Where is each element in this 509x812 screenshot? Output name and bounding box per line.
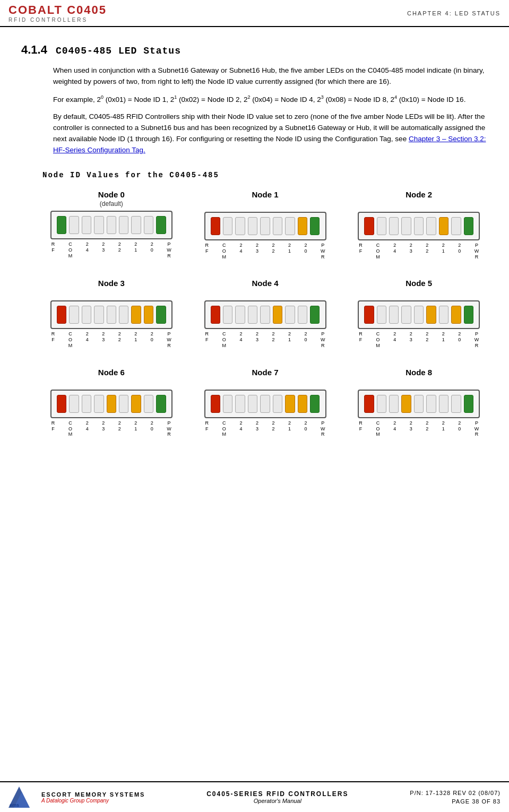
- svg-text:ems: ems: [10, 802, 19, 808]
- led: [451, 217, 461, 235]
- led: [285, 217, 295, 235]
- node-5-led-strip: [358, 300, 480, 329]
- led: [377, 395, 386, 413]
- led: [107, 395, 116, 413]
- led: [285, 395, 295, 413]
- footer-company-sub: A Datalogic Group Company: [41, 798, 145, 804]
- led: [119, 306, 128, 324]
- led: [439, 217, 448, 235]
- led: [144, 306, 153, 324]
- led: [69, 216, 79, 234]
- node-1-label: Node 1: [252, 190, 279, 199]
- pin-24: 24: [86, 241, 89, 258]
- led: [414, 306, 424, 324]
- pin-22: 22: [118, 241, 121, 258]
- led: [389, 217, 399, 235]
- led: [211, 306, 220, 324]
- node-6-led-strip: [50, 390, 172, 418]
- section-heading: 4.1.4 C0405-485 LED Status: [21, 43, 488, 57]
- node-5-block: Node 5 RF COM 24 23: [350, 279, 488, 348]
- node-2-block: Node 2 RF COM 24 23: [350, 190, 488, 260]
- ems-logo: ems: [8, 787, 35, 808]
- node-4-led-strip: [204, 300, 326, 329]
- led: [310, 217, 320, 235]
- node-0-led-strip: [50, 211, 172, 239]
- footer-left: ems ESCORT MEMORY SYSTEMS A Datalogic Gr…: [8, 787, 145, 808]
- led: [248, 217, 257, 235]
- pin-23: 23: [102, 241, 105, 258]
- led: [82, 395, 91, 413]
- led: [439, 395, 448, 413]
- led: [57, 216, 66, 234]
- diagram-section: Node ID Values for the C0405-485 Node 0 …: [42, 171, 488, 437]
- led: [248, 395, 257, 413]
- led: [426, 306, 436, 324]
- led: [156, 306, 166, 324]
- led: [223, 306, 232, 324]
- led: [223, 395, 232, 413]
- footer-product-name: C0405-SERIES RFID CONTROLLERS: [206, 790, 348, 798]
- led: [285, 306, 295, 324]
- led: [439, 306, 448, 324]
- led: [131, 395, 141, 413]
- led: [377, 217, 386, 235]
- node-1-pin-labels: RF COM 24 23 22 21 20 PWR: [204, 243, 326, 260]
- led: [107, 216, 116, 234]
- node-8-led-strip: [358, 390, 480, 418]
- led: [451, 306, 461, 324]
- footer-company-info: ESCORT MEMORY SYSTEMS A Datalogic Group …: [41, 791, 145, 804]
- page-footer: ems ESCORT MEMORY SYSTEMS A Datalogic Gr…: [0, 781, 509, 812]
- diagram-heading: Node ID Values for the C0405-485: [42, 171, 488, 179]
- led: [273, 306, 282, 324]
- led: [211, 395, 220, 413]
- node-8-label: Node 8: [406, 368, 432, 377]
- led: [401, 395, 411, 413]
- para-3: By default, C0405-485 RFID Controllers s…: [53, 111, 488, 156]
- node-8-pin-labels: RF COM 24 23 22 21 20 PWR: [358, 420, 480, 437]
- node-7-block: Node 7 RF COM 24 23: [196, 368, 334, 437]
- chapter-title: CHAPTER 4: LED STATUS: [407, 10, 501, 16]
- led: [426, 395, 436, 413]
- node-4-pin-labels: RF COM 24 23 22 21 20 PWR: [204, 331, 326, 348]
- led: [364, 306, 374, 324]
- brand-subtitle: RFID CONTROLLERS: [8, 17, 107, 23]
- node-0-label: Node 0: [98, 190, 125, 199]
- section-title: C0405-485 LED Status: [56, 46, 181, 56]
- led: [260, 306, 270, 324]
- led: [260, 217, 270, 235]
- led: [464, 217, 473, 235]
- led: [364, 217, 374, 235]
- node-row-2: Node 3 RF COM 24 23: [42, 279, 488, 348]
- led: [94, 306, 103, 324]
- pin-rf: RF: [51, 241, 55, 258]
- led: [273, 395, 282, 413]
- led: [273, 217, 282, 235]
- node-1-block: Node 1 RF COM 24 23: [196, 190, 334, 260]
- node-0-sublabel: (default): [100, 200, 123, 208]
- led: [310, 395, 320, 413]
- node-6-pin-labels: RF COM 24 23 22 21 20 PWR: [50, 420, 172, 437]
- led: [401, 306, 411, 324]
- node-0-pin-labels: RF COM 24 23 22 21 20 PWR: [50, 241, 172, 258]
- led: [119, 395, 128, 413]
- section-number: 4.1.4: [21, 43, 47, 57]
- led: [144, 216, 153, 234]
- led: [211, 217, 220, 235]
- brand-c: C: [8, 3, 18, 16]
- node-7-label: Node 7: [252, 368, 279, 377]
- header-brand-block: COBALT C0405 RFID CONTROLLERS: [8, 3, 107, 23]
- pin-com: COM: [68, 241, 73, 258]
- led: [298, 306, 307, 324]
- node-1-led-strip: [204, 212, 326, 240]
- config-tag-link[interactable]: Chapter 3 – Section 3.2: HF-Series Confi…: [53, 135, 486, 154]
- led: [94, 395, 103, 413]
- footer-company-name: ESCORT MEMORY SYSTEMS: [41, 791, 145, 798]
- node-2-led-strip: [358, 212, 480, 240]
- led: [389, 395, 399, 413]
- led: [298, 395, 307, 413]
- node-0-block: Node 0 (default) RF COM 24: [42, 190, 180, 258]
- led: [156, 216, 166, 234]
- pin-21: 21: [134, 241, 137, 258]
- led: [310, 306, 320, 324]
- led: [401, 217, 411, 235]
